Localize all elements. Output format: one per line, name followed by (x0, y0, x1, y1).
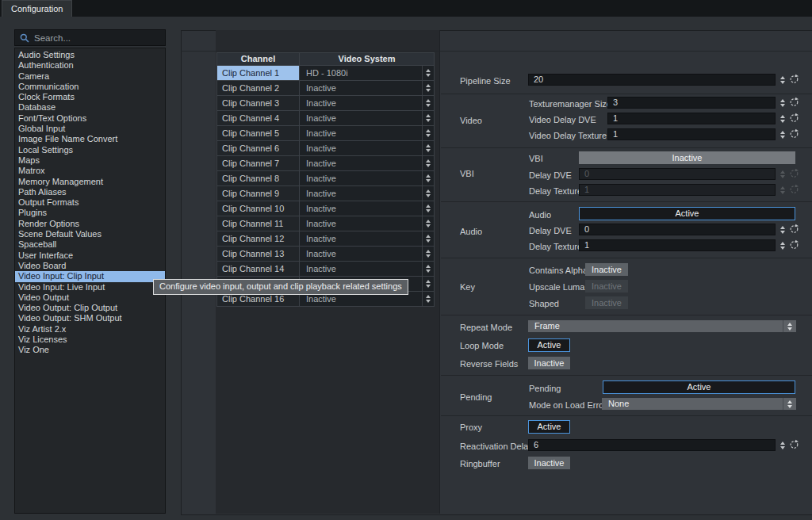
audio-delay-dve-refresh-icon[interactable] (789, 224, 799, 234)
channel-cell[interactable]: Clip Channel 11 (217, 216, 299, 231)
video-system-dropdown[interactable]: Inactive (300, 231, 434, 246)
sidebar-item[interactable]: Camera (15, 71, 165, 82)
vbi-toggle-button[interactable]: Inactive (579, 151, 795, 164)
channel-cell[interactable]: Clip Channel 13 (217, 247, 299, 261)
video-system-stepper[interactable] (422, 201, 434, 216)
video-system-stepper[interactable] (422, 111, 434, 125)
proxy-button[interactable]: Active (528, 420, 570, 434)
sidebar-item[interactable]: Audio Settings (15, 50, 165, 60)
loop-mode-button[interactable]: Active (528, 338, 570, 352)
video-system-stepper[interactable] (422, 186, 434, 201)
sidebar-item[interactable]: Video Output (15, 292, 165, 303)
video-system-stepper[interactable] (422, 126, 434, 140)
channel-cell[interactable]: Clip Channel 1 (217, 66, 299, 80)
pipeline-size-stepper[interactable] (778, 75, 787, 85)
video-system-stepper[interactable] (422, 216, 434, 231)
audio-toggle-button[interactable]: Active (579, 207, 795, 220)
sidebar-item[interactable]: Matrox (15, 166, 165, 176)
sidebar-item[interactable]: Video Input: Clip Input (15, 271, 165, 281)
reverse-fields-button[interactable]: Inactive (528, 357, 570, 369)
sidebar-item[interactable]: Render Options (15, 219, 165, 229)
sidebar-item[interactable]: Local Settings (15, 145, 165, 155)
sidebar-item[interactable]: Viz Artist 2.x (15, 324, 165, 335)
search-input[interactable]: Search... (14, 29, 166, 46)
pipeline-size-input[interactable]: 20 (528, 74, 776, 86)
sidebar-item[interactable]: Path Aliases (15, 187, 165, 197)
channel-cell[interactable]: Clip Channel 8 (217, 171, 299, 185)
channel-cell[interactable]: Clip Channel 6 (217, 141, 299, 155)
sidebar-item[interactable]: Font/Text Options (15, 113, 165, 124)
video-system-dropdown[interactable]: Inactive (300, 126, 434, 140)
texturemanager-size-stepper[interactable] (778, 98, 787, 108)
sidebar-item[interactable]: Communication (15, 82, 165, 92)
sidebar-item[interactable]: Authentication (15, 60, 165, 71)
video-system-stepper[interactable] (422, 262, 434, 276)
repeat-mode-dropdown[interactable]: Frame (528, 320, 796, 332)
video-system-dropdown[interactable]: Inactive (300, 171, 434, 185)
channel-cell[interactable]: Clip Channel 2 (217, 81, 299, 95)
video-system-stepper[interactable] (422, 231, 434, 246)
video-system-dropdown[interactable]: Inactive (300, 247, 434, 261)
audio-delay-dve-input[interactable]: 0 (579, 224, 776, 235)
audio-delay-texture-stepper[interactable] (778, 240, 787, 250)
reactivation-delay-stepper[interactable] (778, 440, 787, 450)
video-system-dropdown[interactable]: Inactive (300, 186, 434, 201)
channel-cell[interactable]: Clip Channel 14 (217, 262, 299, 276)
channel-cell[interactable]: Clip Channel 3 (217, 96, 299, 110)
sidebar-item[interactable]: User Interface (15, 250, 165, 261)
contains-alpha-button[interactable]: Inactive (585, 263, 628, 276)
video-system-dropdown[interactable]: Inactive (300, 156, 434, 170)
sidebar-item[interactable]: Maps (15, 155, 165, 166)
video-system-dropdown[interactable]: Inactive (300, 96, 434, 110)
sidebar-item[interactable]: Spaceball (15, 239, 165, 250)
pending-toggle-button[interactable]: Active (603, 380, 795, 394)
channel-cell[interactable]: Clip Channel 9 (217, 186, 299, 201)
sidebar-item[interactable]: Viz One (15, 345, 165, 355)
channel-cell[interactable]: Clip Channel 7 (217, 156, 299, 170)
video-system-dropdown[interactable]: Inactive (300, 201, 434, 216)
tab-configuration[interactable]: Configuration (2, 0, 72, 17)
texturemanager-size-input[interactable]: 3 (607, 97, 776, 109)
video-system-stepper[interactable] (422, 292, 434, 306)
video-delay-dve-stepper[interactable] (778, 113, 787, 124)
video-delay-texture-refresh-icon[interactable] (789, 128, 799, 139)
reactivation-delay-input[interactable]: 6 (528, 439, 776, 451)
audio-delay-dve-stepper[interactable] (778, 224, 787, 235)
sidebar-item[interactable]: Video Output: Clip Output (15, 303, 165, 313)
channel-cell[interactable]: Clip Channel 10 (217, 201, 299, 216)
video-delay-texture-stepper[interactable] (778, 129, 787, 140)
pipeline-size-refresh-icon[interactable] (789, 74, 799, 84)
channel-cell[interactable]: Clip Channel 5 (217, 126, 299, 140)
video-system-stepper[interactable] (422, 66, 434, 80)
sidebar-item[interactable]: Scene Default Values (15, 229, 165, 239)
sidebar-item[interactable]: Viz Licenses (15, 335, 165, 345)
sidebar-item[interactable]: Clock Formats (15, 92, 165, 102)
reactivation-delay-refresh-icon[interactable] (789, 439, 799, 449)
video-system-stepper[interactable] (422, 96, 434, 110)
video-delay-texture-input[interactable]: 1 (607, 128, 776, 140)
sidebar-item[interactable]: Video Output: SHM Output (15, 313, 165, 323)
video-system-stepper[interactable] (422, 141, 434, 155)
video-system-stepper[interactable] (422, 156, 434, 170)
video-system-dropdown[interactable]: Inactive (300, 262, 434, 276)
video-system-dropdown[interactable]: Inactive (300, 81, 434, 95)
video-system-stepper[interactable] (422, 277, 434, 291)
video-system-stepper[interactable] (422, 247, 434, 261)
sidebar-item[interactable]: Image File Name Convert (15, 134, 165, 144)
audio-delay-texture-input[interactable]: 1 (579, 239, 776, 251)
video-system-dropdown[interactable]: Inactive (300, 141, 434, 155)
audio-delay-texture-refresh-icon[interactable] (789, 239, 799, 250)
mode-on-load-error-stepper[interactable] (783, 398, 796, 410)
video-system-dropdown[interactable]: Inactive (300, 216, 434, 231)
channel-cell[interactable]: Clip Channel 12 (217, 231, 299, 246)
ringbuffer-button[interactable]: Inactive (528, 457, 570, 469)
mode-on-load-error-dropdown[interactable]: None (602, 398, 796, 410)
texturemanager-size-refresh-icon[interactable] (789, 97, 799, 107)
sidebar-item[interactable]: Global Input (15, 124, 165, 134)
video-system-stepper[interactable] (422, 81, 434, 95)
sidebar-item[interactable]: Memory Management (15, 177, 165, 187)
sidebar-item[interactable]: Database (15, 102, 165, 113)
video-system-stepper[interactable] (422, 171, 434, 185)
video-system-dropdown[interactable]: HD - 1080i (300, 66, 434, 80)
sidebar-item[interactable]: Plugins (15, 208, 165, 218)
